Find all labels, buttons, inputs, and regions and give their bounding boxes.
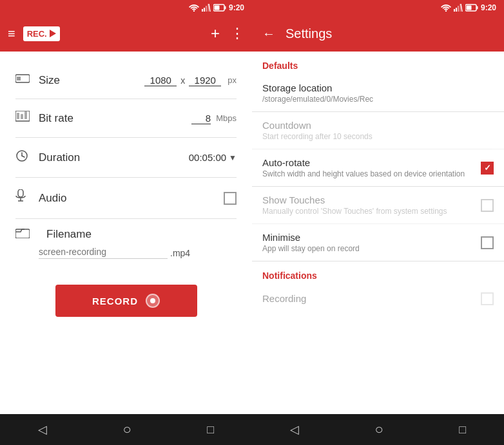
right-status-bar: 9:20 [252, 0, 504, 15]
right-nav-bar: ◁ ○ □ [252, 414, 504, 445]
settings-title: Settings [286, 26, 332, 41]
countdown-subtitle: Start recording after 10 seconds [262, 132, 494, 141]
svg-rect-20 [18, 189, 23, 197]
signal-icon [202, 4, 211, 12]
recording-item: Recording [252, 285, 504, 313]
right-recent-nav[interactable]: □ [446, 418, 479, 442]
autorotate-title: Auto-rotate [262, 157, 481, 168]
left-header-left: ≡ REC. [8, 26, 60, 41]
svg-rect-16 [24, 111, 27, 119]
size-setting-row: Size x px [15, 62, 237, 99]
minimise-text: Minimise App will stay open on record [262, 232, 481, 253]
audio-setting-row: Audio [15, 178, 237, 219]
record-dot-icon [150, 298, 155, 303]
filename-input-row: .mp4 [39, 247, 237, 259]
filename-input[interactable] [39, 247, 168, 259]
storage-location-text: Storage location /storage/emulated/0/Mov… [262, 82, 494, 104]
svg-rect-25 [454, 9, 455, 12]
filename-label-row: Filename [15, 227, 237, 241]
svg-rect-2 [204, 8, 205, 12]
left-panel: 9:20 ≡ REC. + ⋮ Siz [0, 0, 252, 445]
autorotate-text: Auto-rotate Switch width and height valu… [262, 157, 481, 178]
right-back-nav[interactable]: ◁ [277, 417, 312, 442]
record-btn-container: RECORD [15, 269, 237, 327]
size-label: Size [39, 74, 144, 87]
bitrate-setting-row: Bit rate Mbps [15, 99, 237, 138]
right-time: 9:20 [481, 3, 496, 12]
autorotate-checkbox[interactable] [481, 162, 494, 175]
battery-icon-right [465, 4, 478, 12]
svg-rect-7 [224, 6, 226, 10]
svg-line-5 [209, 4, 210, 12]
record-label: RECORD [92, 296, 138, 307]
show-touches-item: Show Touches Manually control 'Show Touc… [252, 187, 504, 224]
duration-dropdown-arrow: ▼ [229, 153, 237, 162]
svg-line-29 [461, 4, 462, 12]
left-home-nav[interactable]: ○ [110, 416, 144, 443]
right-content: Defaults Storage location /storage/emula… [252, 52, 504, 414]
show-touches-title: Show Touches [262, 194, 481, 205]
autorotate-item[interactable]: Auto-rotate Switch width and height valu… [252, 149, 504, 187]
minimise-checkbox[interactable] [481, 236, 494, 249]
storage-location-title: Storage location [262, 82, 494, 93]
storage-location-subtitle: /storage/emulated/0/Movies/Rec [262, 95, 494, 104]
countdown-item: Countdown Start recording after 10 secon… [252, 112, 504, 149]
svg-rect-3 [206, 6, 207, 12]
filename-section: Filename .mp4 [15, 219, 237, 269]
minimise-item[interactable]: Minimise App will stay open on record [252, 224, 504, 261]
filename-label: Filename [46, 228, 237, 241]
left-header: ≡ REC. + ⋮ [0, 15, 252, 52]
duration-value: 00:05:00 [189, 152, 226, 163]
autorotate-subtitle: Switch width and height values based on … [262, 169, 481, 178]
left-back-nav[interactable]: ◁ [25, 417, 60, 442]
audio-checkbox[interactable] [224, 192, 237, 205]
bitrate-icon [15, 111, 39, 126]
svg-rect-31 [476, 6, 478, 10]
recording-title: Recording [262, 293, 306, 304]
svg-rect-1 [202, 9, 203, 12]
svg-rect-27 [458, 6, 459, 12]
size-height-input[interactable] [189, 75, 221, 86]
svg-rect-26 [456, 8, 457, 12]
svg-rect-14 [17, 113, 19, 119]
show-touches-checkbox [481, 199, 494, 212]
duration-label: Duration [39, 151, 189, 164]
rec-logo-play-icon [50, 30, 56, 37]
right-home-nav[interactable]: ○ [362, 416, 396, 443]
audio-icon [15, 189, 39, 207]
right-header: ← Settings [252, 15, 504, 52]
back-icon[interactable]: ← [262, 26, 275, 41]
countdown-title: Countdown [262, 120, 494, 131]
record-button[interactable]: RECORD [55, 285, 197, 317]
left-status-bar: 9:20 [0, 0, 252, 15]
svg-line-19 [22, 156, 24, 157]
menu-button[interactable]: ⋮ [230, 25, 244, 42]
hamburger-icon[interactable]: ≡ [8, 26, 15, 41]
left-time: 9:20 [229, 3, 244, 12]
battery-icon-left [213, 4, 226, 12]
bitrate-unit: Mbps [216, 113, 237, 123]
size-unit: px [228, 75, 237, 85]
show-touches-text: Show Touches Manually control 'Show Touc… [262, 194, 481, 216]
size-x: x [180, 75, 185, 86]
minimise-subtitle: App will stay open on record [262, 244, 481, 253]
svg-rect-32 [466, 6, 471, 10]
countdown-text: Countdown Start recording after 10 secon… [262, 120, 494, 141]
right-panel: 9:20 ← Settings Defaults Storage locatio… [252, 0, 504, 445]
svg-point-24 [445, 10, 447, 12]
bitrate-input[interactable] [191, 113, 211, 124]
left-recent-nav[interactable]: □ [194, 418, 227, 442]
left-header-right: + ⋮ [211, 24, 244, 43]
svg-point-0 [193, 10, 195, 12]
add-button[interactable]: + [211, 24, 220, 43]
recording-checkbox [481, 292, 494, 305]
storage-location-item[interactable]: Storage location /storage/emulated/0/Mov… [252, 75, 504, 112]
size-icon [15, 73, 39, 87]
rec-logo: REC. [23, 26, 60, 41]
rec-logo-text: REC. [27, 29, 47, 39]
left-nav-bar: ◁ ○ □ [0, 414, 252, 445]
bitrate-label: Bit rate [39, 112, 191, 125]
duration-select[interactable]: 00:05:00 ▼ [189, 152, 237, 163]
wifi-icon-right [441, 4, 451, 12]
size-width-input[interactable] [144, 75, 177, 86]
